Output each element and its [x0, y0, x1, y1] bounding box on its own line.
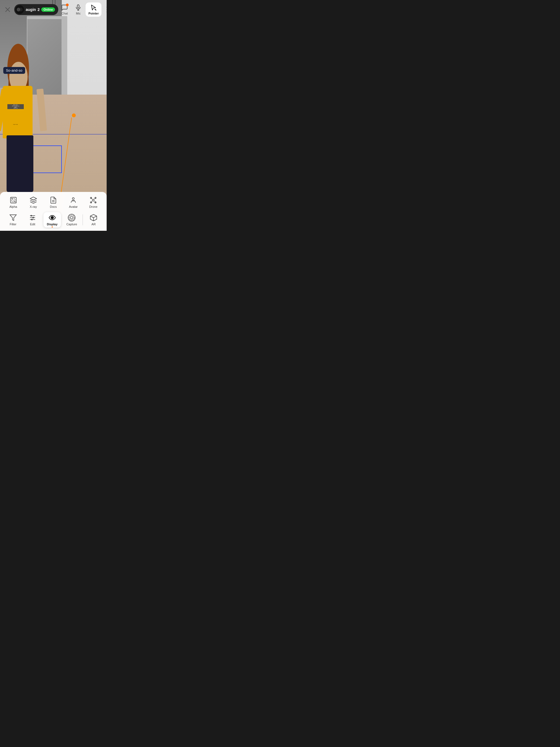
- display-label: Display: [47, 223, 57, 226]
- capture-label: Capture: [67, 223, 77, 226]
- svg-point-18: [93, 199, 94, 201]
- display-button[interactable]: Display: [44, 212, 61, 228]
- docs-label: Docs: [50, 205, 57, 208]
- pointer-dot: [72, 113, 76, 117]
- svg-point-32: [33, 217, 34, 218]
- drone-button[interactable]: Drone: [84, 195, 102, 210]
- svg-rect-4: [77, 5, 79, 8]
- bottom-toolbar: Alpha X-ray Docs: [0, 192, 107, 231]
- close-button[interactable]: [3, 5, 12, 14]
- avatar-shirt-text: More than100 countries areaugin'WITH US: [7, 104, 24, 109]
- alpha-label: Alpha: [9, 205, 17, 208]
- display-button-wrapper: Display: [44, 212, 61, 228]
- avatar-character: More than100 countries areaugin'WITH US …: [0, 44, 46, 194]
- xray-button[interactable]: X-ray: [25, 195, 42, 210]
- edit-button[interactable]: Edit: [24, 212, 41, 228]
- pointer-button[interactable]: Pointer: [85, 2, 101, 17]
- chat-notification-dot: [66, 4, 69, 6]
- chat-label: Chat: [61, 12, 68, 15]
- svg-line-7: [95, 9, 96, 10]
- ar-label: AR: [92, 223, 96, 226]
- svg-point-34: [51, 216, 53, 219]
- svg-point-35: [71, 216, 73, 219]
- filter-button[interactable]: Filter: [4, 212, 22, 228]
- online-badge: Online: [41, 7, 55, 12]
- avatar-label: Avatar: [69, 205, 78, 208]
- drone-label: Drone: [89, 205, 97, 208]
- top-bar-right: Chat Mic Pointer: [58, 2, 107, 17]
- svg-point-33: [31, 219, 32, 220]
- avatar-right-arm: [36, 88, 47, 131]
- edit-label: Edit: [30, 223, 35, 226]
- brand-name: augin: [26, 7, 36, 12]
- user-name-label: So-and-so: [3, 67, 25, 74]
- avatar-button[interactable]: Avatar: [65, 195, 82, 210]
- toolbar-row-bottom: Filter Edit: [0, 211, 107, 231]
- docs-button[interactable]: Docs: [45, 195, 62, 210]
- svg-line-12: [10, 198, 16, 203]
- display-active-indicator: [52, 226, 53, 228]
- mic-label: Mic: [76, 12, 81, 15]
- app-container: More than100 countries areaugin'WITH US …: [0, 0, 107, 231]
- svg-line-39: [92, 217, 94, 217]
- chat-button[interactable]: Chat: [58, 2, 71, 17]
- capture-button[interactable]: Capture: [63, 212, 80, 228]
- xray-label: X-ray: [30, 205, 37, 208]
- filter-label: Filter: [10, 223, 17, 226]
- brand-logo: [15, 5, 24, 14]
- ar-button[interactable]: AR: [85, 212, 102, 228]
- svg-point-31: [31, 215, 32, 216]
- svg-marker-27: [10, 215, 16, 221]
- user-count: 2: [37, 7, 40, 12]
- avatar-legs: [6, 135, 33, 192]
- svg-point-36: [69, 215, 74, 221]
- svg-point-17: [73, 198, 74, 200]
- avatar-torso: More than100 countries areaugin'WITH US …: [3, 86, 32, 138]
- more-menu-button[interactable]: [103, 5, 107, 14]
- pointer-label: Pointer: [88, 12, 99, 15]
- top-bar: augin 2 Online Chat: [0, 0, 107, 19]
- top-bar-left: augin 2 Online: [3, 4, 58, 15]
- toolbar-divider: [82, 214, 83, 225]
- toolbar-row-top: Alpha X-ray Docs: [0, 192, 107, 211]
- mic-button[interactable]: Mic: [72, 2, 84, 17]
- alpha-button[interactable]: Alpha: [5, 195, 22, 210]
- avatar-shirt-url: augin.app: [7, 124, 24, 125]
- brand-pill[interactable]: augin 2 Online: [14, 4, 58, 15]
